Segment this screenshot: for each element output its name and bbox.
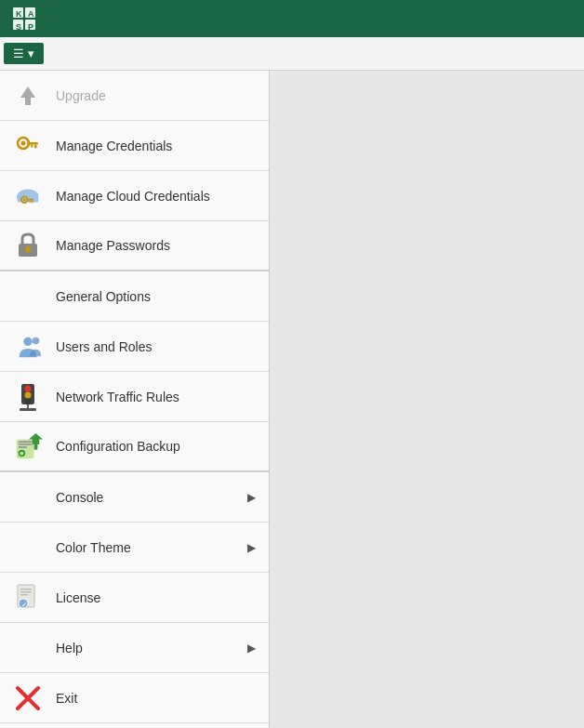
svg-text:P: P (28, 22, 33, 32)
svg-text:S: S (16, 22, 21, 32)
users-icon (13, 332, 43, 362)
svg-point-30 (25, 391, 32, 398)
color-theme-label: Color Theme (56, 540, 234, 555)
help-chevron-icon: ▶ (247, 642, 256, 655)
backup-icon (13, 431, 43, 461)
users-and-roles-label: Users and Roles (56, 339, 256, 354)
menu-item-users-and-roles[interactable]: Users and Roles (0, 322, 269, 372)
menu-item-configuration-backup[interactable]: Configuration Backup (0, 422, 269, 472)
svg-rect-22 (29, 200, 31, 202)
svg-point-10 (21, 140, 26, 145)
main-layout: Upgrade Manage Credentials (0, 71, 584, 728)
svg-rect-35 (19, 441, 33, 443)
svg-rect-13 (31, 144, 33, 147)
dropdown-panel: Upgrade Manage Credentials (0, 71, 270, 728)
license-icon: ✓ (13, 583, 43, 613)
svg-marker-8 (20, 86, 35, 105)
svg-rect-44 (20, 591, 32, 593)
console-chevron-icon: ▶ (247, 491, 256, 504)
svg-text:✓: ✓ (21, 602, 27, 608)
network-traffic-rules-label: Network Traffic Rules (56, 390, 256, 404)
console-label: Console (56, 490, 234, 505)
menu-toggle-button[interactable]: ☰ ▾ (4, 43, 44, 64)
lock-key-icon (13, 231, 43, 260)
license-label: License (56, 590, 256, 605)
menu-item-manage-passwords[interactable]: Manage Passwords (0, 221, 269, 271)
menu-item-upgrade[interactable]: Upgrade (0, 71, 269, 121)
key-icon (13, 131, 43, 161)
svg-point-41 (20, 452, 24, 456)
menu-bar: ☰ ▾ (0, 37, 584, 71)
menu-item-manage-credentials[interactable]: Manage Credentials (0, 121, 269, 171)
svg-rect-25 (27, 249, 30, 253)
content-area (270, 71, 584, 728)
color-theme-chevron-icon: ▶ (247, 541, 256, 554)
menu-item-general-options[interactable]: General Options (0, 271, 269, 322)
menu-item-console[interactable]: Console ▶ (0, 472, 269, 523)
svg-text:K: K (16, 9, 22, 19)
menu-item-license[interactable]: ✓ License (0, 573, 269, 623)
svg-rect-12 (34, 144, 37, 148)
configuration-backup-label: Configuration Backup (56, 439, 256, 454)
svg-rect-36 (19, 443, 33, 445)
menu-item-exit[interactable]: Exit (0, 673, 269, 723)
svg-rect-33 (20, 408, 36, 411)
help-label: Help (56, 641, 234, 655)
svg-rect-21 (32, 200, 33, 203)
svg-text:A: A (28, 9, 34, 19)
upgrade-label: Upgrade (56, 88, 256, 103)
manage-cloud-credentials-label: Manage Cloud Credentials (56, 189, 256, 204)
svg-point-27 (33, 337, 40, 344)
logo-icon: K A S P (11, 6, 37, 32)
menu-item-color-theme[interactable]: Color Theme ▶ (0, 523, 269, 573)
manage-passwords-label: Manage Passwords (56, 238, 256, 253)
svg-rect-11 (27, 142, 38, 145)
menu-item-network-traffic-rules[interactable]: Network Traffic Rules (0, 372, 269, 422)
cloud-key-icon (13, 181, 43, 211)
svg-point-29 (25, 385, 32, 391)
manage-credentials-label: Manage Credentials (56, 139, 256, 153)
svg-point-31 (25, 398, 32, 404)
svg-rect-45 (20, 594, 28, 596)
menu-item-help[interactable]: Help ▶ (0, 623, 269, 673)
exit-label: Exit (56, 691, 256, 706)
svg-rect-37 (19, 446, 27, 448)
svg-rect-43 (20, 589, 32, 590)
svg-rect-39 (34, 444, 38, 450)
exit-icon (13, 683, 43, 713)
svg-point-19 (23, 198, 26, 201)
top-bar: K A S P (0, 0, 584, 37)
general-options-label: General Options (56, 289, 256, 304)
logo: K A S P (9, 4, 39, 33)
svg-point-26 (23, 337, 32, 345)
menu-item-manage-cloud-credentials[interactable]: Manage Cloud Credentials (0, 171, 269, 221)
svg-rect-20 (27, 198, 34, 200)
traffic-icon (13, 382, 43, 412)
upgrade-icon (13, 81, 43, 111)
